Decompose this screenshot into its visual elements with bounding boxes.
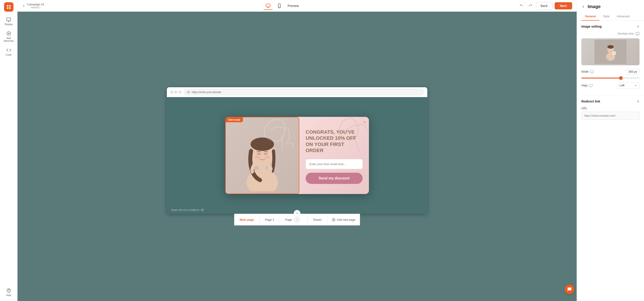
- desktop-view-row: Desktop view: [581, 32, 640, 36]
- canvas-area: https://enter.your.domain × Edit mode: [18, 12, 577, 301]
- popup-send-button[interactable]: Send my discount: [306, 173, 363, 184]
- campaign-variant: Variant 1: [27, 6, 44, 9]
- redirect-section-toggle[interactable]: ∧: [637, 99, 640, 103]
- topbar-back-button[interactable]: Campaign #1 Variant 1: [22, 3, 44, 9]
- width-slider-thumb[interactable]: [619, 76, 623, 80]
- watermark-text: Made with ♥ by OptiMonk: [171, 209, 200, 211]
- panel-tab-style[interactable]: Style: [599, 12, 613, 21]
- chevron-down-icon: [634, 84, 637, 87]
- svg-point-11: [8, 292, 9, 292]
- sidebar-item-display[interactable]: Display: [1, 15, 16, 28]
- browser-dot-green: [178, 91, 181, 93]
- mobile-device-button[interactable]: [274, 2, 284, 10]
- edit-mode-badge: Edit mode: [226, 117, 243, 122]
- tab-page3-label: Page: [285, 218, 292, 221]
- desktop-view-label: Desktop view: [618, 32, 634, 35]
- svg-point-21: [250, 137, 274, 151]
- popup-image-container[interactable]: Edit mode: [225, 117, 299, 194]
- panel-tabs: General Style Advanced: [577, 12, 644, 21]
- page-tabs: Main page Page 2 Page Teaser Add new pag…: [234, 214, 360, 225]
- tab-chevron-up[interactable]: [294, 210, 300, 217]
- svg-point-16: [279, 7, 280, 7]
- image-setting-section: Image setting ∧ Desktop view: [577, 21, 644, 96]
- browser-dot-yellow: [174, 91, 177, 93]
- eye-watermark-icon: [201, 208, 204, 212]
- url-display: https://enter.your.domain: [192, 91, 221, 94]
- topbar-right: Back Next: [518, 2, 572, 10]
- undo-button[interactable]: [518, 2, 525, 9]
- svg-rect-2: [7, 7, 8, 9]
- redirect-section-title: Redirect link: [581, 100, 600, 103]
- sidebar-item-help-label: Help: [6, 294, 11, 297]
- chat-icon: [567, 287, 572, 292]
- redirect-link-section: Redirect link ∧ URL: [577, 96, 644, 123]
- image-setting-header[interactable]: Image setting ∧: [581, 24, 640, 28]
- panel-tab-advanced[interactable]: Advanced: [613, 12, 633, 21]
- align-label: Align: [581, 84, 593, 87]
- add-page-label: Add new page: [337, 218, 356, 221]
- app-logo[interactable]: [4, 2, 14, 12]
- tab-teaser[interactable]: Teaser: [308, 214, 328, 225]
- panel-tab-general[interactable]: General: [581, 12, 599, 21]
- next-button[interactable]: Next: [555, 2, 572, 9]
- panel-header: Image: [577, 0, 644, 9]
- width-slider[interactable]: [581, 78, 640, 78]
- url-input[interactable]: [581, 112, 640, 120]
- desktop-device-button[interactable]: [264, 2, 273, 10]
- right-panel: Image General Style Advanced Image setti…: [577, 0, 644, 301]
- browser-bar: https://enter.your.domain: [167, 87, 427, 97]
- watermark: Made with ♥ by OptiMonk: [171, 208, 204, 212]
- align-control-row: Align Left: [581, 82, 640, 89]
- panel-title: Image: [588, 4, 601, 9]
- image-preview[interactable]: [581, 38, 640, 65]
- browser-url-bar[interactable]: https://enter.your.domain: [184, 89, 424, 95]
- add-page-button[interactable]: Add new page: [328, 214, 360, 225]
- desktop-view-icon: [636, 32, 640, 36]
- redirect-section-header[interactable]: Redirect link ∧: [581, 99, 640, 103]
- popup-close-button[interactable]: ×: [363, 120, 366, 125]
- image-setting-toggle[interactable]: ∧: [637, 24, 640, 28]
- eye-icon: [187, 91, 190, 94]
- tab-page3[interactable]: Page: [280, 214, 308, 225]
- sidebar-item-help[interactable]: Help: [1, 286, 16, 299]
- chat-bubble[interactable]: [564, 285, 574, 294]
- svg-rect-43: [590, 84, 592, 86]
- width-label-text: Width: [581, 70, 589, 73]
- topbar-center: Preview: [47, 2, 515, 10]
- svg-rect-4: [6, 18, 10, 21]
- width-value[interactable]: 350 px: [626, 69, 640, 74]
- preview-label: Preview: [288, 4, 299, 8]
- sidebar-item-code[interactable]: Code: [1, 45, 16, 58]
- left-sidebar: Display Add elements Code Help: [0, 0, 18, 301]
- svg-point-35: [608, 45, 614, 49]
- tab-page2[interactable]: Page 2: [260, 214, 280, 225]
- campaign-title: Campaign #1: [27, 3, 44, 6]
- main-area: Campaign #1 Variant 1 Preview: [18, 0, 577, 301]
- tab-main-page[interactable]: Main page: [234, 214, 260, 225]
- url-label: URL: [581, 107, 640, 110]
- sidebar-item-add-elements[interactable]: Add elements: [1, 29, 16, 44]
- svg-rect-12: [266, 4, 270, 7]
- popup-email-input[interactable]: [306, 159, 363, 169]
- align-dropdown[interactable]: Left: [617, 82, 640, 89]
- tab-next-button[interactable]: [294, 217, 300, 223]
- browser-dots: [170, 91, 181, 93]
- sidebar-item-code-label: Code: [6, 53, 12, 56]
- browser-frame: https://enter.your.domain × Edit mode: [167, 87, 427, 214]
- back-text-button[interactable]: Back: [536, 2, 552, 10]
- panel-back-button[interactable]: [581, 5, 586, 9]
- width-monitor-icon: [590, 70, 594, 74]
- woman-image: [226, 117, 299, 194]
- svg-rect-1: [9, 5, 10, 6]
- image-preview-bg: [581, 38, 640, 65]
- popup-heading: CONGRATS, YOU'VE UNLOCKED 10% OFF ON YOU…: [306, 129, 363, 154]
- popup-container: × Edit mode: [225, 117, 369, 194]
- width-label: Width: [581, 70, 594, 74]
- redo-button[interactable]: [527, 2, 534, 9]
- woman-illustration: [233, 120, 292, 191]
- topbar-title: Campaign #1 Variant 1: [27, 3, 44, 9]
- sidebar-item-display-label: Display: [4, 23, 12, 25]
- image-setting-title: Image setting: [581, 25, 602, 28]
- svg-rect-40: [590, 70, 594, 72]
- svg-point-23: [264, 156, 270, 159]
